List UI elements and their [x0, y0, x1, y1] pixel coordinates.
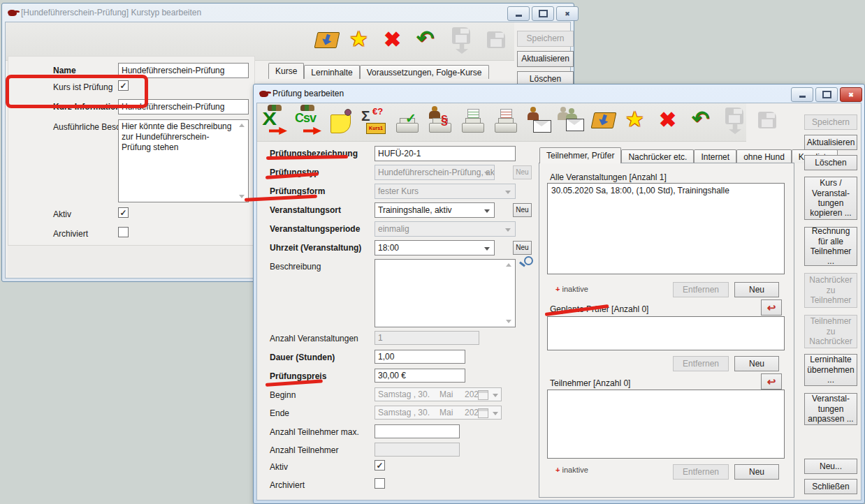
anzahl-teilnehmer-max-input[interactable]: [375, 424, 460, 438]
print-kurs-icon[interactable]: [459, 106, 487, 137]
aktualisieren-button[interactable]: Aktualisieren: [517, 51, 574, 67]
neu-veranstaltungen-button[interactable]: Neu: [734, 282, 779, 297]
mail-people-icon[interactable]: [558, 106, 586, 137]
minimize-button[interactable]: [791, 87, 813, 102]
calendar-icon: [478, 408, 488, 418]
entfernen-veranstaltungen-button: Entfernen: [673, 282, 729, 297]
csv-export-icon[interactable]: Csv: [295, 106, 323, 137]
aktualisieren-button[interactable]: Aktualisieren: [804, 135, 857, 150]
minimize-button[interactable]: [507, 6, 530, 21]
beginn-datepicker: Samstag , 30. Mai 2020: [375, 387, 502, 401]
titlebar[interactable]: Prüfung bearbeiten: [254, 84, 864, 103]
tab-ohne-hund[interactable]: ohne Hund: [736, 149, 792, 163]
print-check-icon[interactable]: ✓: [393, 106, 421, 137]
zoom-text-icon[interactable]: [522, 256, 533, 267]
inaktive-label: inaktive: [562, 466, 588, 474]
tab-nachruecker[interactable]: Nachrücker etc.: [621, 149, 694, 163]
undo-icon[interactable]: ↶: [689, 106, 717, 137]
maximize-button[interactable]: [532, 6, 554, 21]
calendar-icon: [478, 390, 488, 400]
redo-plus-icon: ↩: [767, 376, 776, 388]
plus-icon: +: [555, 285, 560, 293]
veranstaltungsperiode-value: einmalig: [378, 224, 409, 234]
import-folder-icon[interactable]: [590, 106, 618, 137]
new-star-icon[interactable]: ★: [623, 106, 651, 137]
close-button[interactable]: ✖: [840, 87, 862, 102]
dauer-input[interactable]: 1,00: [375, 350, 465, 364]
beschreibung-textarea[interactable]: [375, 259, 516, 327]
uhrzeit-value: 18:00: [378, 243, 399, 253]
kurs-veranstaltungen-kopieren-button[interactable]: Kurs / Veranstal- tungen kopieren ...: [804, 177, 857, 220]
save-icon: [755, 106, 783, 137]
pruefungstyp-label: Prüfungstyp: [270, 168, 319, 177]
new-star-icon[interactable]: ★: [347, 26, 375, 57]
scroll-down-icon[interactable]: [239, 195, 245, 198]
teilnehmer-header: Teilnehmer [Anzahl 0]: [550, 378, 630, 388]
alle-veranstaltungen-header: Alle Veranstaltungen [Anzahl 1]: [550, 172, 667, 182]
entfernen-teilnehmer-button: Entfernen: [673, 464, 729, 480]
scroll-down-icon[interactable]: [506, 320, 511, 323]
print-paragraph-icon[interactable]: §: [426, 106, 454, 137]
archiviert-checkbox[interactable]: [118, 227, 129, 237]
pruefungsbezeichnung-input[interactable]: HUFÜ-20-1: [375, 146, 516, 161]
excel-export-icon[interactable]: X: [262, 106, 290, 137]
undo-icon[interactable]: ↶: [414, 26, 442, 57]
veranstaltungsort-select[interactable]: Trainingshalle, aktiv: [375, 202, 495, 218]
ausfuehrliche-beschreibung-textarea[interactable]: Hier könnte die Beschreibung zur Hundefü…: [118, 119, 249, 202]
tab-lerninhalte[interactable]: Lerninhalte: [304, 65, 359, 79]
minimize-icon: [516, 15, 522, 17]
pruefer-listbox[interactable]: [547, 316, 785, 350]
pruefer-uebernehmen-button[interactable]: ↩: [761, 299, 782, 316]
sum-price-icon[interactable]: Σ €? Kurs1: [361, 106, 388, 137]
date-day: Samstag , 30.: [378, 408, 430, 417]
name-input[interactable]: Hundeführerschein-Prüfung: [118, 63, 249, 78]
name-label: Name: [53, 66, 76, 75]
list-item[interactable]: 30.05.2020 Sa, 18:00, (1,00 Std), Traini…: [551, 186, 780, 195]
mail-person-icon[interactable]: [525, 106, 553, 137]
tab-teilnehmer-pruefer[interactable]: Teilnehmer, Prüfer: [539, 147, 621, 163]
titlebar[interactable]: [Hundeführerschein-Prüfung] Kurstyp bear…: [2, 3, 574, 22]
pruefungsform-label: Prüfungsform: [270, 186, 325, 196]
pruefungspreis-input[interactable]: 30,00 €: [375, 369, 465, 383]
neu-pruefer-button[interactable]: Neu: [734, 356, 779, 371]
inaktive-toggle[interactable]: + inaktive: [555, 285, 588, 293]
scroll-up-icon[interactable]: [239, 124, 245, 127]
aktiv-checkbox[interactable]: ✓: [118, 207, 129, 218]
tab-voraussetzungen[interactable]: Voraussetzungen, Folge-Kurse: [360, 65, 489, 79]
neu-teilnehmer-button[interactable]: Neu: [734, 464, 779, 480]
chevron-down-icon: [505, 191, 511, 194]
delete-icon[interactable]: ✖: [656, 106, 684, 137]
tab-internet[interactable]: Internet: [694, 149, 736, 163]
tab-kurse[interactable]: Kurse: [268, 63, 304, 79]
kurz-information-input[interactable]: Hundeführerschein-Prüfung: [118, 99, 249, 114]
restore-button[interactable]: [815, 87, 838, 102]
kurz-information-label: Kurz-Information: [53, 102, 121, 112]
loeschen-button[interactable]: Löschen: [804, 155, 857, 170]
close-icon: ✖: [848, 91, 854, 98]
close-button[interactable]: ✖: [556, 6, 579, 21]
teilnehmer-zu-nachruecker-button: Teilnehmer zu Nachrücker: [804, 315, 857, 348]
note-icon[interactable]: [328, 106, 356, 137]
schliessen-button[interactable]: Schließen: [804, 479, 857, 494]
kurs-ist-pruefung-label: Kurs ist Prüfung: [53, 82, 112, 92]
neu-button[interactable]: Neu...: [804, 459, 857, 474]
veranstaltungen-anpassen-button[interactable]: Veranstal- tungen anpassen ...: [804, 393, 857, 425]
teilnehmer-listbox[interactable]: [547, 390, 785, 459]
uhrzeit-select[interactable]: 18:00: [375, 240, 495, 255]
neu-uhrzeit-button[interactable]: Neu: [513, 241, 532, 255]
delete-icon[interactable]: ✖: [381, 26, 409, 57]
rechnung-alle-teilnehmer-button[interactable]: Rechnung für alle Teilnehmer ...: [804, 227, 857, 266]
aktiv-checkbox[interactable]: ✓: [375, 460, 385, 470]
archiviert-checkbox[interactable]: [375, 478, 385, 489]
geplante-pruefer-header: Geplante Prüfer [Anzahl 0]: [550, 304, 648, 314]
print-kursinfo-icon[interactable]: [492, 106, 520, 137]
inaktive-toggle[interactable]: + inaktive: [555, 466, 588, 474]
neu-veranstaltungsort-button[interactable]: Neu: [513, 203, 532, 217]
veranstaltungen-listbox[interactable]: 30.05.2020 Sa, 18:00, (1,00 Std), Traini…: [547, 183, 785, 274]
teilnehmer-uebernehmen-button[interactable]: ↩: [761, 373, 782, 390]
inaktive-label: inaktive: [562, 285, 588, 293]
import-folder-icon[interactable]: [314, 26, 342, 57]
scroll-up-icon[interactable]: [506, 263, 511, 267]
kurs-ist-pruefung-checkbox[interactable]: ✓: [118, 80, 129, 91]
lerninhalte-uebernehmen-button[interactable]: Lerninhalte übernehmen ...: [804, 354, 857, 386]
